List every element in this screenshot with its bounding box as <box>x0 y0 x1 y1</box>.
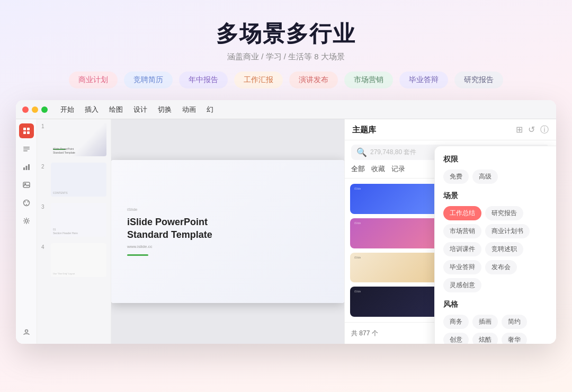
filter-tag-premium[interactable]: 高级 <box>472 170 498 184</box>
tag-research[interactable]: 研究报告 <box>454 72 503 88</box>
tag-business-plan[interactable]: 商业计划 <box>69 72 118 88</box>
info-icon[interactable]: ⓘ <box>540 124 549 136</box>
theme-header: 主题库 ⊞ ↺ ⓘ <box>345 119 556 140</box>
svg-rect-5 <box>23 149 30 150</box>
template-card-5[interactable]: iSlide Standard Template <box>350 253 449 283</box>
main-slide: iSlide iSlide PowerPointStandard Templat… <box>111 160 344 303</box>
template-card-3[interactable]: iSlide iSlide PowerPointStandard Templat… <box>350 218 449 248</box>
app-body: 1 iSlide PowerPointStandard Template 2 C… <box>16 119 556 344</box>
tag-marketing[interactable]: 市场营销 <box>344 72 393 88</box>
slide-decoration <box>127 254 148 256</box>
filter-tag-cool[interactable]: 炫酷 <box>472 333 498 344</box>
minimize-button[interactable] <box>32 106 38 113</box>
sidebar-icon-settings[interactable] <box>19 213 34 228</box>
slide-4[interactable]: 4 Use "One Only" Layout <box>37 240 111 280</box>
maximize-button[interactable] <box>41 106 48 113</box>
menu-animation[interactable]: 动画 <box>182 105 196 114</box>
svg-rect-7 <box>23 167 25 170</box>
canvas-area: iSlide iSlide PowerPointStandard Templat… <box>111 119 344 344</box>
filter-tag-illustration[interactable]: 插画 <box>472 315 498 329</box>
tag-thesis[interactable]: 毕业答辩 <box>399 72 448 88</box>
tag-work-report[interactable]: 工作汇报 <box>234 72 283 88</box>
filter-all[interactable]: 全部 <box>351 164 365 174</box>
search-count: 279,748,80 套件 <box>370 148 416 157</box>
search-icon: 🔍 <box>356 147 367 157</box>
template-card-7[interactable]: iSlide iSlide PowerPointStandard Templat… <box>350 287 449 317</box>
template-total: 共 877 个 <box>351 329 378 338</box>
filter-rights-tags: 免费 高级 <box>443 170 548 184</box>
filter-tag-work-summary[interactable]: 工作总结 <box>443 206 481 220</box>
svg-point-17 <box>25 330 28 333</box>
slide-2[interactable]: 2 CONTENTS <box>37 159 111 200</box>
page-header: 多场景多行业 涵盖商业 / 学习 / 生活等 8 大场景 <box>216 0 356 72</box>
svg-rect-3 <box>27 131 30 134</box>
title-bar: 开始 插入 绘图 设计 切换 动画 幻 <box>16 100 556 119</box>
slide-subtitle: www.islide.cc <box>127 244 328 249</box>
menu-more[interactable]: 幻 <box>207 105 213 114</box>
svg-rect-9 <box>28 164 30 170</box>
svg-point-14 <box>27 201 28 202</box>
tag-presentation[interactable]: 演讲发布 <box>289 72 338 88</box>
page-title: 多场景多行业 <box>216 19 356 49</box>
filter-scene-tags: 工作总结 研究报告 市场营销 商业计划书 培训课件 竞聘述职 毕业答辩 发布会 … <box>443 206 548 292</box>
filter-tag-graduation[interactable]: 毕业答辩 <box>443 260 481 274</box>
filter-history[interactable]: 记录 <box>391 164 405 174</box>
sidebar-icon-user[interactable] <box>19 325 34 340</box>
slide-3[interactable]: 3 01Section Header Here <box>37 200 111 240</box>
page-subtitle: 涵盖商业 / 学习 / 生活等 8 大场景 <box>216 52 356 62</box>
menu-design[interactable]: 设计 <box>133 105 147 114</box>
svg-rect-8 <box>25 166 27 170</box>
filter-section-rights-title: 权限 <box>443 155 548 164</box>
sidebar-icon-image[interactable] <box>19 177 34 192</box>
filter-tag-research[interactable]: 研究报告 <box>485 206 523 220</box>
menu-insert[interactable]: 插入 <box>85 105 99 114</box>
svg-rect-6 <box>23 150 28 152</box>
svg-rect-4 <box>23 147 30 148</box>
filter-popup: 权限 免费 高级 场景 工作总结 研究报告 市场营销 商业计划书 培训课件 竞聘… <box>434 146 556 344</box>
slide-panel: 1 iSlide PowerPointStandard Template 2 C… <box>37 119 111 344</box>
menu-start[interactable]: 开始 <box>60 105 74 114</box>
sidebar-icon-chart[interactable] <box>19 159 34 174</box>
filter-tag-launch[interactable]: 发布会 <box>485 260 517 274</box>
slide-brand: iSlide <box>127 207 328 212</box>
filter-favorites[interactable]: 收藏 <box>371 164 385 174</box>
slide-1[interactable]: 1 iSlide PowerPointStandard Template <box>37 119 111 159</box>
filter-tag-biz-plan[interactable]: 商业计划书 <box>485 224 530 238</box>
filter-tag-job-hunt[interactable]: 竞聘述职 <box>485 242 523 256</box>
template-card-1[interactable]: iSlide iSlide PowerPointStandard Templat… <box>350 184 449 214</box>
filter-tag-business[interactable]: 商务 <box>443 315 469 329</box>
filter-tag-training[interactable]: 培训课件 <box>443 242 481 256</box>
theme-panel: 主题库 ⊞ ↺ ⓘ 🔍 279,748,80 套件 全部 收藏 记录 ▼ <box>344 119 556 344</box>
tag-mid-year[interactable]: 年中报告 <box>179 72 228 88</box>
svg-point-16 <box>25 220 28 222</box>
sidebar-icon-theme[interactable] <box>19 123 34 138</box>
menu-switch[interactable]: 切换 <box>158 105 172 114</box>
filter-tag-free[interactable]: 免费 <box>443 170 469 184</box>
filter-tag-luxury[interactable]: 奢华 <box>502 333 527 344</box>
filter-section-scene-title: 场景 <box>443 191 548 201</box>
svg-point-13 <box>24 201 25 202</box>
theme-panel-title: 主题库 <box>352 125 376 135</box>
sidebar-icon-layout[interactable] <box>19 141 34 156</box>
app-window: 开始 插入 绘图 设计 切换 动画 幻 <box>16 100 556 344</box>
svg-rect-1 <box>27 128 30 130</box>
menu-bar: 开始 插入 绘图 设计 切换 动画 幻 <box>60 105 213 114</box>
svg-point-15 <box>26 204 27 205</box>
filter-tag-minimal[interactable]: 简约 <box>502 315 527 329</box>
refresh-icon[interactable]: ↺ <box>528 124 535 136</box>
icon-sidebar <box>16 119 37 344</box>
category-tags: 商业计划 竞聘简历 年中报告 工作汇报 演讲发布 市场营销 毕业答辩 研究报告 <box>69 72 503 88</box>
tag-resume[interactable]: 竞聘简历 <box>124 72 173 88</box>
filter-style-tags: 商务 插画 简约 创意 炫酷 奢华 喜庆 科技 国风 <box>443 315 548 344</box>
close-button[interactable] <box>22 106 29 113</box>
sidebar-icon-palette[interactable] <box>19 195 34 210</box>
traffic-lights <box>22 106 48 113</box>
filter-tag-creative[interactable]: 灵感创意 <box>443 278 481 292</box>
filter-tag-creative2[interactable]: 创意 <box>443 333 469 344</box>
filter-tag-marketing[interactable]: 市场营销 <box>443 224 481 238</box>
menu-draw[interactable]: 绘图 <box>109 105 123 114</box>
svg-rect-2 <box>23 131 26 134</box>
grid-view-icon[interactable]: ⊞ <box>516 124 523 136</box>
svg-rect-0 <box>23 128 26 130</box>
filter-section-style-title: 风格 <box>443 300 548 309</box>
